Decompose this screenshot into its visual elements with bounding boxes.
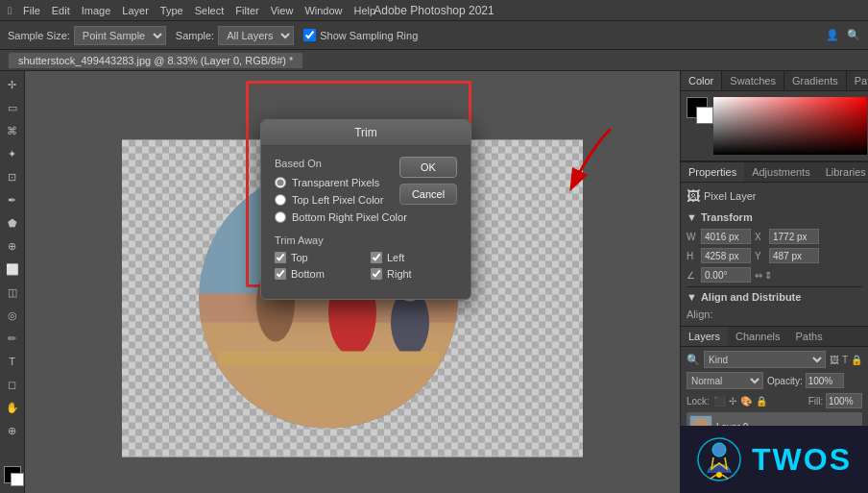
foreground-color[interactable]	[4, 466, 21, 483]
lasso-tool[interactable]: ⌘	[3, 121, 22, 140]
user-icon[interactable]: 👤	[826, 29, 839, 41]
layer-icon-3[interactable]: 🔒	[851, 355, 862, 365]
gradient-tool[interactable]: ◫	[3, 283, 22, 302]
properties-tabs: Properties Adjustments Libraries	[681, 162, 868, 183]
background-color[interactable]	[11, 473, 24, 486]
cancel-button[interactable]: Cancel	[399, 184, 457, 205]
color-swatches-container	[687, 97, 708, 124]
bottom-checkbox[interactable]	[275, 268, 286, 280]
color-swatches	[4, 466, 21, 489]
ok-button[interactable]: OK	[399, 157, 457, 178]
trim-away-label: Trim Away	[275, 234, 457, 246]
sampling-ring-input[interactable]	[303, 29, 316, 41]
file-menu[interactable]: File	[23, 5, 40, 16]
select-menu[interactable]: Select	[195, 5, 225, 16]
type-menu[interactable]: Type	[160, 5, 183, 16]
x-input[interactable]	[769, 229, 819, 244]
svg-rect-10	[218, 351, 439, 365]
kind-select[interactable]: Kind	[704, 351, 826, 368]
filter-menu[interactable]: Filter	[235, 5, 258, 16]
brush-tool[interactable]: ⬟	[3, 213, 22, 233]
move-tool[interactable]: ✢	[3, 75, 22, 94]
blend-mode-select[interactable]: Normal	[687, 372, 763, 389]
flip-h[interactable]: ⇔	[755, 270, 762, 281]
left-checkbox-item[interactable]: Left	[371, 252, 457, 263]
sampling-ring-label: Show Sampling Ring	[320, 30, 418, 41]
top-checkbox[interactable]	[275, 252, 286, 263]
pattern-tab[interactable]: Pattern	[847, 71, 868, 90]
type-tool[interactable]: T	[3, 352, 22, 371]
lock-all-icon[interactable]: 🔒	[756, 396, 767, 407]
window-menu[interactable]: Window	[304, 5, 342, 16]
align-sub-label: Align:	[687, 308, 862, 320]
select-tool[interactable]: ▭	[3, 98, 22, 117]
width-input[interactable]	[701, 229, 751, 244]
pixel-layer-label: Pixel Layer	[704, 190, 756, 202]
flip-controls: ⇔ ⇕	[755, 270, 772, 281]
height-input[interactable]	[701, 248, 751, 263]
paths-tab[interactable]: Paths	[788, 327, 831, 346]
show-sampling-ring-checkbox[interactable]: Show Sampling Ring	[303, 29, 418, 41]
swatches-tab[interactable]: Swatches	[722, 71, 784, 90]
adjustments-tab[interactable]: Adjustments	[744, 162, 818, 182]
shape-tool[interactable]: ◻	[3, 375, 22, 394]
gradients-tab[interactable]: Gradients	[784, 71, 847, 90]
sample-size-select[interactable]: Point Sample	[74, 26, 166, 45]
layers-tabs: Layers Channels Paths	[681, 327, 868, 347]
color-gradient-area	[713, 97, 867, 155]
layers-tab[interactable]: Layers	[681, 327, 728, 346]
help-menu[interactable]: Help	[354, 5, 376, 16]
blur-tool[interactable]: ◎	[3, 306, 22, 325]
channels-tab[interactable]: Channels	[728, 327, 787, 346]
bottom-checkbox-item[interactable]: Bottom	[275, 268, 361, 280]
layer-icon-2[interactable]: T	[842, 355, 848, 365]
lock-row: Lock: ⬛ ✢ 🎨 🔒 Fill:	[687, 393, 862, 408]
eraser-tool[interactable]: ⬜	[3, 259, 22, 279]
top-checkbox-item[interactable]: Top	[275, 252, 361, 263]
fill-input[interactable]	[826, 393, 862, 408]
color-tab[interactable]: Color	[681, 71, 722, 90]
pen-tool[interactable]: ✏	[3, 329, 22, 348]
trim-away-section: Trim Away Top Left Bottom	[275, 234, 457, 280]
crop-tool[interactable]: ⊡	[3, 167, 22, 186]
sample-select[interactable]: All Layers	[218, 26, 294, 45]
right-checkbox[interactable]	[371, 268, 382, 280]
right-checkbox-item[interactable]: Right	[371, 268, 457, 280]
opacity-label: Opacity:	[767, 376, 803, 386]
dialog-title: Trim	[261, 120, 470, 146]
transparent-radio[interactable]	[275, 177, 286, 188]
tools-panel: ✢ ▭ ⌘ ✦ ⊡ ✒ ⬟ ⊕ ⬜ ◫ ◎ ✏ T ◻ ✋ ⊕	[0, 71, 25, 493]
opacity-input[interactable]	[806, 373, 844, 388]
edit-menu[interactable]: Edit	[52, 5, 70, 16]
document-tab[interactable]: shutterstock_499443283.jpg @ 8.33% (Laye…	[8, 52, 303, 68]
flip-v[interactable]: ⇕	[764, 270, 772, 281]
transform-label: Transform	[701, 211, 753, 223]
left-checkbox[interactable]	[371, 252, 382, 263]
angle-input[interactable]	[701, 267, 751, 283]
search-icon[interactable]: 🔍	[847, 29, 860, 41]
layer-icon-1[interactable]: 🖼	[830, 355, 839, 365]
lock-art-icon[interactable]: 🎨	[740, 396, 752, 407]
background-color-swatch[interactable]	[696, 107, 713, 124]
zoom-tool[interactable]: ⊕	[3, 421, 22, 440]
top-left-radio[interactable]	[275, 194, 286, 206]
image-menu[interactable]: Image	[82, 5, 111, 16]
clone-tool[interactable]: ⊕	[3, 236, 22, 256]
hand-tool[interactable]: ✋	[3, 398, 22, 417]
twos-text-label: TWOS	[752, 442, 852, 478]
magic-wand-tool[interactable]: ✦	[3, 144, 22, 163]
libraries-tab[interactable]: Libraries	[818, 162, 868, 182]
trim-dialog: Trim OK Cancel Based On Transparent Pixe…	[260, 119, 471, 300]
y-input[interactable]	[769, 248, 819, 263]
layer-menu[interactable]: Layer	[122, 5, 149, 16]
eyedropper-tool[interactable]: ✒	[3, 190, 22, 210]
bottom-right-label: Bottom Right Pixel Color	[292, 211, 407, 223]
properties-tab[interactable]: Properties	[681, 162, 744, 182]
bottom-right-radio[interactable]	[275, 211, 286, 223]
apple-menu[interactable]: 	[8, 5, 12, 16]
bottom-right-option[interactable]: Bottom Right Pixel Color	[275, 211, 457, 223]
color-gradient-box[interactable]	[713, 97, 867, 155]
lock-checkered-icon[interactable]: ⬛	[713, 396, 725, 407]
view-menu[interactable]: View	[271, 5, 294, 16]
lock-move-icon[interactable]: ✢	[729, 396, 736, 407]
